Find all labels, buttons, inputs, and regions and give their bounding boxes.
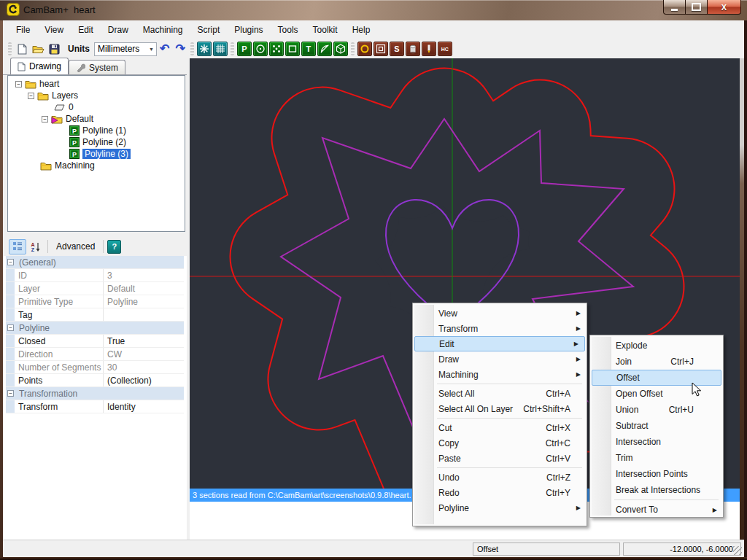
menu-item-edit[interactable]: Edit▶ — [414, 336, 585, 351]
menu-item-join[interactable]: JoinCtrl+J — [590, 354, 723, 370]
draw-circle-button[interactable] — [253, 42, 268, 56]
menu-item-convert-to[interactable]: Convert To▶ — [590, 502, 723, 518]
menu-item-offset[interactable]: Offset — [592, 370, 721, 386]
tree-item-polyline-3[interactable]: Polyline (3) — [8, 148, 185, 160]
collapse-icon[interactable]: − — [28, 93, 34, 99]
collapse-icon[interactable]: − — [15, 81, 22, 88]
menubar-edit[interactable]: Edit — [71, 22, 101, 38]
property-category[interactable]: − (General) — [6, 256, 184, 269]
menu-item-select-all-on-layer[interactable]: Select All On LayerCtrl+Shift+A — [413, 401, 587, 416]
toolbar-grip[interactable] — [190, 42, 194, 55]
menu-item-undo[interactable]: UndoCtrl+Z — [413, 470, 587, 485]
machine-profile-button[interactable]: S — [390, 42, 404, 56]
menu-item-draw[interactable]: Draw▶ — [413, 351, 587, 367]
tab-drawing[interactable]: Drawing — [10, 58, 69, 74]
menu-item-transform[interactable]: Transform▶ — [413, 321, 587, 336]
resize-grip[interactable] — [733, 546, 742, 555]
menu-item-copy[interactable]: CopyCtrl+C — [413, 435, 587, 451]
tab-system[interactable]: System — [69, 60, 125, 74]
machine-pocket-button[interactable] — [374, 42, 388, 56]
menubar-tools[interactable]: Tools — [271, 22, 306, 38]
menu-item-trim[interactable]: Trim — [590, 450, 723, 466]
menubar-script[interactable]: Script — [190, 22, 228, 38]
new-file-button[interactable] — [14, 41, 30, 57]
draw-polyline-button[interactable]: P — [237, 42, 252, 56]
menu-item-polyline[interactable]: Polyline▶ — [413, 500, 587, 516]
menubar-file[interactable]: File — [9, 22, 37, 38]
close-button[interactable]: X — [707, 0, 741, 15]
collapse-icon[interactable]: − — [7, 324, 14, 331]
property-row[interactable]: Points (Collection) — [6, 374, 184, 387]
tree-item-layer-default[interactable]: − Default — [8, 113, 185, 125]
tree-item-layer-0[interactable]: 0 — [8, 101, 185, 113]
menu-item-explode[interactable]: Explode — [590, 338, 723, 354]
property-row[interactable]: ID 3 — [6, 269, 184, 282]
draw-rectangle-button[interactable] — [285, 42, 300, 56]
toggle-grid-button[interactable] — [213, 42, 228, 56]
menu-item-break-at-intersections[interactable]: Break at Intersections — [590, 482, 723, 498]
collapse-icon[interactable]: − — [7, 390, 14, 397]
menu-item-cut[interactable]: CutCtrl+X — [413, 420, 587, 435]
property-row[interactable]: Tag — [6, 308, 184, 322]
alphabetical-sort-button[interactable]: A Z — [26, 239, 44, 254]
machine-lathe-button[interactable] — [406, 42, 420, 56]
menu-item-select-all[interactable]: Select AllCtrl+A — [413, 386, 587, 401]
menubar-draw[interactable]: Draw — [101, 22, 136, 38]
maximize-button[interactable] — [686, 0, 707, 15]
open-file-button[interactable] — [30, 41, 46, 57]
property-row[interactable]: Primitive Type Polyline — [6, 295, 184, 308]
menubar-view[interactable]: View — [37, 22, 71, 38]
property-row[interactable]: Number of Segments 30 — [6, 361, 184, 374]
machine-engrave-button[interactable] — [422, 42, 436, 56]
tree-item-polyline-1[interactable]: Polyline (1) — [8, 125, 185, 136]
menu-item-machining[interactable]: Machining▶ — [413, 367, 587, 382]
selected-tree-label: Polyline (3) — [82, 149, 131, 159]
menu-separator — [437, 384, 582, 384]
property-row[interactable]: Transform Identity — [6, 400, 184, 413]
menu-item-open-offset[interactable]: Open Offset — [590, 386, 723, 402]
tree-item-machining[interactable]: Machining — [8, 160, 185, 171]
draw-arc-button[interactable] — [317, 42, 332, 56]
help-button[interactable]: ? — [107, 240, 121, 254]
machine-nc-button[interactable]: HC — [438, 42, 452, 56]
save-button[interactable] — [46, 41, 62, 57]
undo-button[interactable]: ↶ — [157, 43, 172, 55]
property-row[interactable]: Closed True — [6, 335, 184, 348]
menu-item-subtract[interactable]: Subtract — [590, 418, 723, 434]
menu-item-union[interactable]: UnionCtrl+U — [590, 402, 723, 418]
machine-drill-button[interactable] — [357, 42, 372, 56]
menubar-help[interactable]: Help — [345, 22, 378, 38]
menubar-toolkit[interactable]: Toolkit — [306, 22, 345, 38]
close-icon: X — [721, 3, 727, 12]
title-bar[interactable]: CamBam+ heart X — [0, 0, 747, 20]
property-category[interactable]: − Transformation — [6, 387, 184, 400]
toolbar-grip[interactable] — [231, 42, 234, 55]
draw-points-button[interactable] — [269, 42, 284, 56]
draw-surface-button[interactable] — [333, 42, 348, 56]
collapse-icon[interactable]: − — [7, 259, 14, 265]
redo-button[interactable]: ↷ — [172, 43, 187, 55]
menu-item-redo[interactable]: RedoCtrl+Y — [413, 485, 587, 500]
tree-item-layers[interactable]: − Layers — [8, 90, 185, 101]
circle-icon — [255, 44, 266, 54]
menu-item-paste[interactable]: PasteCtrl+V — [413, 451, 587, 466]
categorized-view-button[interactable] — [9, 239, 26, 254]
toggle-axes-button[interactable] — [197, 42, 212, 56]
minimize-button[interactable] — [663, 0, 686, 15]
toolbar-grip[interactable] — [8, 42, 12, 55]
advanced-button[interactable]: Advanced — [52, 241, 99, 252]
menu-item-intersection-points[interactable]: Intersection Points — [590, 466, 723, 482]
tree-item-polyline-2[interactable]: Polyline (2) — [8, 136, 185, 148]
collapse-icon[interactable]: − — [42, 116, 48, 122]
menubar-plugins[interactable]: Plugins — [227, 22, 270, 38]
draw-text-button[interactable]: T — [301, 42, 316, 56]
units-dropdown[interactable]: Millimeters ▼ — [94, 42, 157, 56]
property-row[interactable]: Direction CW — [6, 348, 184, 361]
menubar-machining[interactable]: Machining — [136, 22, 190, 38]
tree-item-heart[interactable]: − heart — [8, 78, 185, 90]
property-category[interactable]: − Polyline — [6, 322, 184, 335]
menu-item-intersection[interactable]: Intersection — [590, 434, 723, 450]
menu-item-view[interactable]: View▶ — [413, 306, 587, 321]
property-row[interactable]: Layer Default — [6, 282, 184, 295]
toolbar-grip[interactable] — [351, 42, 355, 55]
